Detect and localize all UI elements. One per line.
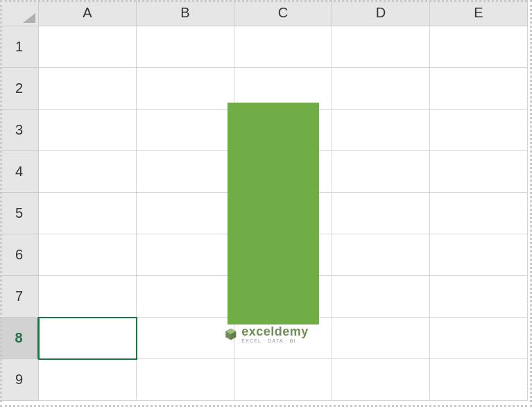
cell-a7[interactable] [39, 276, 137, 318]
cell-a4[interactable] [39, 151, 137, 193]
cell-c1[interactable] [234, 26, 332, 68]
cell-b9[interactable] [137, 359, 234, 401]
cell-b5[interactable] [137, 193, 234, 234]
cell-e4[interactable] [430, 151, 528, 193]
row-header-6[interactable]: 6 [0, 234, 39, 276]
cell-d5[interactable] [332, 193, 430, 234]
cell-b3[interactable] [137, 110, 234, 151]
select-all-corner[interactable] [0, 0, 39, 26]
row-header-4[interactable]: 4 [0, 151, 39, 193]
cell-e9[interactable] [430, 359, 528, 401]
row-header-3[interactable]: 3 [0, 110, 39, 151]
cell-d2[interactable] [332, 68, 430, 110]
cell-d1[interactable] [332, 26, 430, 68]
cell-a6[interactable] [39, 234, 137, 276]
cell-a2[interactable] [39, 68, 137, 110]
cell-b7[interactable] [137, 276, 234, 318]
row-headers: 1 2 3 4 5 6 7 8 9 [0, 26, 39, 401]
cell-c9[interactable] [234, 359, 332, 401]
cell-a8[interactable] [39, 318, 137, 359]
row-header-2[interactable]: 2 [0, 68, 39, 110]
row-header-5[interactable]: 5 [0, 193, 39, 234]
cell-a1[interactable] [39, 26, 137, 68]
cell-b8[interactable] [137, 318, 234, 359]
cell-d6[interactable] [332, 234, 430, 276]
col-header-c[interactable]: C [234, 0, 332, 26]
cell-d4[interactable] [332, 151, 430, 193]
cell-b1[interactable] [137, 26, 234, 68]
cell-d9[interactable] [332, 359, 430, 401]
col-header-a[interactable]: A [39, 0, 137, 26]
col-header-d[interactable]: D [332, 0, 430, 26]
cell-e1[interactable] [430, 26, 528, 68]
col-header-e[interactable]: E [430, 0, 528, 26]
cell-d8[interactable] [332, 318, 430, 359]
column-headers: A B C D E [39, 0, 528, 26]
watermark: exceldemy EXCEL · DATA · BI [223, 325, 309, 343]
spreadsheet-grid: A B C D E 1 2 3 4 5 6 7 8 9 [0, 0, 532, 407]
cube-icon [223, 327, 237, 341]
row-header-1[interactable]: 1 [0, 26, 39, 68]
green-rectangle-shape[interactable] [228, 103, 319, 324]
cell-b2[interactable] [137, 68, 234, 110]
cell-e6[interactable] [430, 234, 528, 276]
row-header-7[interactable]: 7 [0, 276, 39, 318]
col-header-b[interactable]: B [137, 0, 234, 26]
cell-e8[interactable] [430, 318, 528, 359]
row-header-9[interactable]: 9 [0, 359, 39, 401]
cell-e2[interactable] [430, 68, 528, 110]
watermark-tagline: EXCEL · DATA · BI [241, 338, 309, 343]
cell-b6[interactable] [137, 234, 234, 276]
cell-d7[interactable] [332, 276, 430, 318]
cell-e3[interactable] [430, 110, 528, 151]
row-header-8[interactable]: 8 [0, 318, 39, 359]
cell-a3[interactable] [39, 110, 137, 151]
cell-a5[interactable] [39, 193, 137, 234]
cell-e7[interactable] [430, 276, 528, 318]
cell-a9[interactable] [39, 359, 137, 401]
cell-d3[interactable] [332, 110, 430, 151]
watermark-text-block: exceldemy EXCEL · DATA · BI [241, 325, 309, 343]
cell-b4[interactable] [137, 151, 234, 193]
cell-e5[interactable] [430, 193, 528, 234]
watermark-brand: exceldemy [241, 325, 309, 338]
